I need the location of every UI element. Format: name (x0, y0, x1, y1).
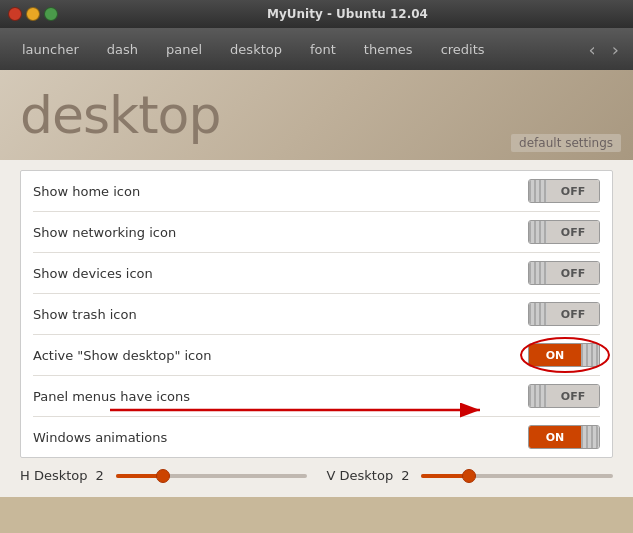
show-desktop-toggle-wrapper: ON (528, 343, 600, 367)
v-desktop-track[interactable] (421, 474, 613, 478)
h-desktop-thumb[interactable] (156, 469, 170, 483)
show-home-toggle[interactable]: OFF (528, 179, 600, 203)
close-button[interactable] (8, 7, 22, 21)
default-settings-label[interactable]: default settings (511, 134, 621, 152)
v-desktop-value: 2 (401, 468, 413, 483)
toggle-stripes (581, 344, 599, 366)
setting-row-show-devices: Show devices icon OFF (33, 253, 600, 294)
setting-row-windows-animations: Windows animations ON (33, 417, 600, 457)
header: desktop default settings (0, 70, 633, 160)
setting-row-show-home: Show home icon OFF (33, 171, 600, 212)
show-desktop-label: Active "Show desktop" icon (33, 348, 211, 363)
nav-item-font[interactable]: font (296, 36, 350, 63)
show-home-label: Show home icon (33, 184, 140, 199)
toggle-stripes (529, 180, 547, 202)
toggle-off-label: OFF (547, 303, 599, 325)
show-trash-label: Show trash icon (33, 307, 137, 322)
nav-items: launcher dash panel desktop font themes … (8, 36, 499, 63)
nav-item-panel[interactable]: panel (152, 36, 216, 63)
toggle-stripes (529, 221, 547, 243)
setting-row-show-networking: Show networking icon OFF (33, 212, 600, 253)
toggle-stripes (529, 303, 547, 325)
toggle-off-label: OFF (547, 221, 599, 243)
toggle-off-label: OFF (547, 385, 599, 407)
nav-item-launcher[interactable]: launcher (8, 36, 93, 63)
titlebar: MyUnity - Ubuntu 12.04 (0, 0, 633, 28)
nav-arrows: ‹ › (583, 37, 625, 62)
toggle-stripes (581, 426, 599, 448)
settings-container: Show home icon OFF Show networking icon … (20, 170, 613, 458)
v-desktop-group: V Desktop 2 (327, 468, 614, 483)
toggle-stripes (529, 385, 547, 407)
v-desktop-label: V Desktop (327, 468, 394, 483)
panel-menus-toggle[interactable]: OFF (528, 384, 600, 408)
toggle-off-label: OFF (547, 262, 599, 284)
h-desktop-label: H Desktop (20, 468, 88, 483)
page-title: desktop (20, 85, 220, 145)
show-devices-toggle[interactable]: OFF (528, 261, 600, 285)
nav-item-credits[interactable]: credits (427, 36, 499, 63)
toggle-stripes (529, 262, 547, 284)
show-devices-label: Show devices icon (33, 266, 153, 281)
windows-animations-label: Windows animations (33, 430, 167, 445)
nav-item-desktop[interactable]: desktop (216, 36, 296, 63)
nav-item-themes[interactable]: themes (350, 36, 427, 63)
sliders-row: H Desktop 2 V Desktop 2 (20, 458, 613, 487)
panel-menus-label: Panel menus have icons (33, 389, 190, 404)
prev-arrow[interactable]: ‹ (583, 37, 602, 62)
minimize-button[interactable] (26, 7, 40, 21)
h-desktop-value: 2 (96, 468, 108, 483)
toggle-on-label: ON (529, 344, 581, 366)
content-area: Show home icon OFF Show networking icon … (0, 160, 633, 497)
window-title: MyUnity - Ubuntu 12.04 (70, 7, 625, 21)
setting-row-panel-menus: Panel menus have icons OFF (33, 376, 600, 417)
toggle-off-label: OFF (547, 180, 599, 202)
maximize-button[interactable] (44, 7, 58, 21)
nav-item-dash[interactable]: dash (93, 36, 152, 63)
v-desktop-thumb[interactable] (462, 469, 476, 483)
navbar: launcher dash panel desktop font themes … (0, 28, 633, 70)
show-networking-toggle[interactable]: OFF (528, 220, 600, 244)
show-trash-toggle[interactable]: OFF (528, 302, 600, 326)
setting-row-show-desktop: Active "Show desktop" icon ON (33, 335, 600, 376)
windows-animations-toggle[interactable]: ON (528, 425, 600, 449)
h-desktop-track[interactable] (116, 474, 307, 478)
window-controls[interactable] (8, 7, 58, 21)
h-desktop-group: H Desktop 2 (20, 468, 307, 483)
show-desktop-toggle[interactable]: ON (528, 343, 600, 367)
toggle-on-label: ON (529, 426, 581, 448)
next-arrow[interactable]: › (606, 37, 625, 62)
show-networking-label: Show networking icon (33, 225, 176, 240)
setting-row-show-trash: Show trash icon OFF (33, 294, 600, 335)
